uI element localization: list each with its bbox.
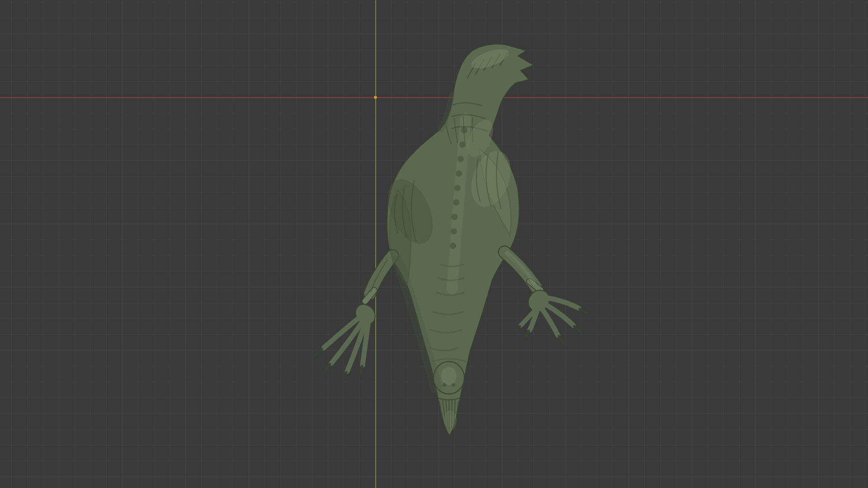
- left-hand: [316, 300, 379, 380]
- creature-model[interactable]: [0, 0, 868, 488]
- 3d-viewport[interactable]: [0, 0, 868, 488]
- right-hand: [515, 286, 587, 343]
- creature-body: [316, 44, 587, 436]
